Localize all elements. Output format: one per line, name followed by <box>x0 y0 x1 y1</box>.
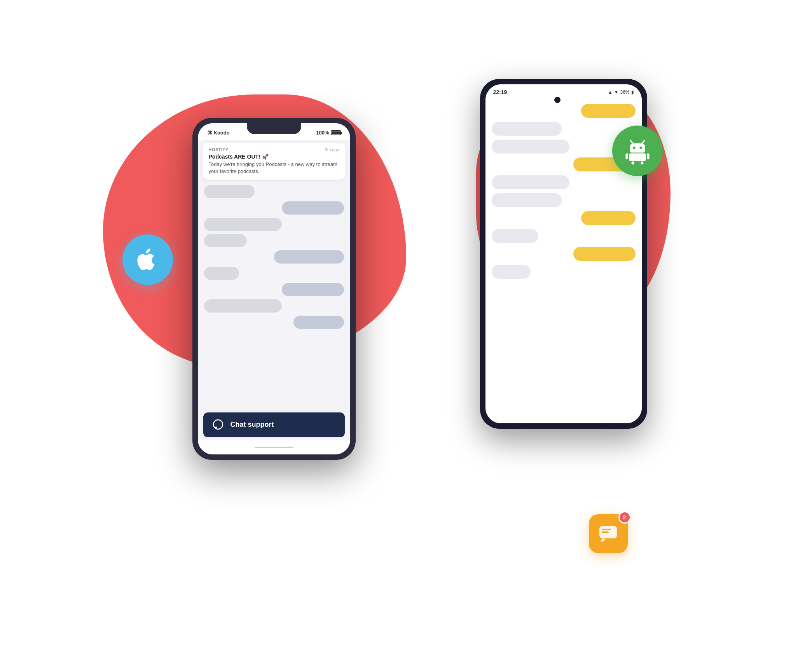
ios-battery: 100% <box>316 130 341 136</box>
chat-support-button[interactable]: Chat support <box>203 412 345 437</box>
notification-count-badge: 2 <box>618 511 631 524</box>
svg-point-3 <box>632 147 635 149</box>
android-battery-text: 36% <box>620 89 629 95</box>
notification-body: Today we're bringing you Podcasts - a ne… <box>209 161 339 175</box>
ios-bubble-3 <box>204 218 282 231</box>
wifi-icon: ⌘ <box>207 130 212 136</box>
svg-line-2 <box>641 140 644 144</box>
chat-notification-badge[interactable]: 2 <box>589 514 628 553</box>
android-battery-icon: ▮ <box>631 89 634 95</box>
home-indicator <box>255 447 293 448</box>
ios-bubble-8 <box>204 299 282 313</box>
android-bubble-6 <box>492 193 562 207</box>
svg-rect-6 <box>625 153 628 159</box>
notification-title: Podcasts ARE OUT! 🚀 <box>209 154 339 160</box>
android-signal-icon: ▲ <box>608 89 613 95</box>
android-bubble-8 <box>492 229 538 243</box>
svg-point-4 <box>639 147 642 149</box>
notification-count: 2 <box>623 514 626 521</box>
notification-time: 3m ago <box>325 147 339 152</box>
ios-notification: HOSTIFY 3m ago Podcasts ARE OUT! 🚀 Today… <box>203 143 346 180</box>
ios-chat-content <box>198 182 350 409</box>
svg-rect-5 <box>629 153 646 161</box>
ios-notch <box>247 123 301 134</box>
android-status-icons: ▲ ▼ 36% ▮ <box>608 89 634 95</box>
battery-percentage: 100% <box>316 130 329 136</box>
ios-bubble-7 <box>282 283 344 296</box>
android-icon <box>624 137 651 164</box>
carrier-name: Koodo <box>214 130 230 136</box>
notification-header: HOSTIFY 3m ago <box>209 147 339 152</box>
ios-bubble-2 <box>282 201 344 215</box>
chat-badge-icon <box>597 523 619 544</box>
main-scene: 22:19 ▲ ▼ 36% ▮ <box>134 56 678 600</box>
android-camera <box>554 97 561 103</box>
svg-rect-8 <box>631 161 634 164</box>
battery-fill <box>332 131 340 134</box>
android-status-bar: 22:19 ▲ ▼ 36% ▮ <box>485 84 642 100</box>
ios-home-bar <box>198 440 350 454</box>
ios-bubble-1 <box>204 185 255 198</box>
android-bubble-1 <box>581 104 636 118</box>
chat-support-label: Chat support <box>231 421 274 429</box>
apple-badge <box>122 234 173 285</box>
android-bubble-10 <box>492 265 531 279</box>
ios-bubble-5 <box>274 250 344 264</box>
svg-rect-12 <box>602 531 609 533</box>
android-bubble-5 <box>492 175 569 189</box>
svg-rect-7 <box>647 153 650 159</box>
svg-point-0 <box>213 420 223 429</box>
ios-bubble-9 <box>293 316 344 329</box>
android-time: 22:19 <box>493 89 507 95</box>
android-bubble-3 <box>492 140 569 154</box>
notification-app: HOSTIFY <box>209 147 229 152</box>
svg-rect-9 <box>641 161 643 164</box>
ios-bubble-4 <box>204 234 247 247</box>
android-bubble-7 <box>581 211 636 225</box>
android-wifi-icon: ▼ <box>614 89 619 95</box>
android-bubble-2 <box>492 122 562 136</box>
apple-icon <box>135 247 160 272</box>
ios-carrier: ⌘ Koodo <box>207 130 230 136</box>
chat-support-icon <box>211 418 225 432</box>
android-bubble-9 <box>573 247 636 261</box>
battery-icon <box>331 130 341 135</box>
android-badge <box>612 126 663 176</box>
ios-bubble-6 <box>204 267 239 280</box>
svg-line-1 <box>630 140 633 144</box>
svg-rect-11 <box>602 529 611 530</box>
ios-phone: ⌘ Koodo 100% HOSTIFY 3m ago Podcasts ARE… <box>192 118 356 460</box>
